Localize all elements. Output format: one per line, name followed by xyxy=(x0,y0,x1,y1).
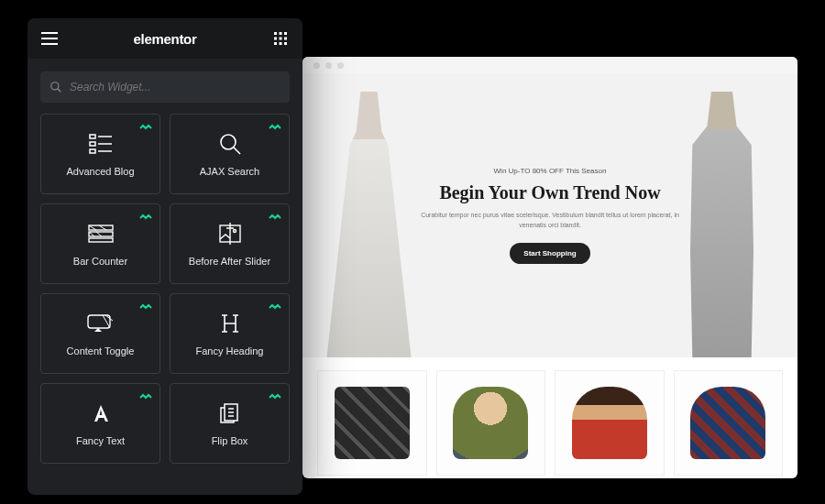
search-icon xyxy=(50,81,62,93)
svg-point-18 xyxy=(233,230,236,233)
product-card[interactable] xyxy=(436,370,546,476)
panel-header: elementor xyxy=(28,18,302,59)
text-icon xyxy=(90,400,112,426)
product-row xyxy=(302,357,798,476)
widget-fancy-text[interactable]: Fancy Text xyxy=(40,383,160,464)
widget-bar-counter[interactable]: Bar Counter xyxy=(40,203,160,284)
window-dot xyxy=(337,62,344,69)
svg-rect-8 xyxy=(284,42,287,45)
bars-icon xyxy=(88,221,114,247)
hero-model-left xyxy=(316,92,422,357)
product-card[interactable] xyxy=(674,370,784,476)
widget-flip-box[interactable]: Flip Box xyxy=(170,383,290,464)
widget-ajax-search[interactable]: AJAX Search xyxy=(170,114,290,194)
widget-label: Fancy Text xyxy=(76,435,125,446)
widget-label: Before After Slider xyxy=(189,256,270,267)
svg-point-13 xyxy=(221,135,236,149)
widget-label: Flip Box xyxy=(212,435,248,446)
widget-advanced-blog[interactable]: Advanced Blog xyxy=(40,114,160,194)
pro-badge-icon xyxy=(139,300,154,316)
svg-rect-4 xyxy=(280,38,282,40)
widget-label: Fancy Heading xyxy=(196,345,264,356)
product-card[interactable] xyxy=(555,370,665,476)
widget-grid: Advanced Blog AJAX Search Bar Counter Be… xyxy=(28,114,302,464)
svg-rect-2 xyxy=(284,32,287,35)
heading-icon xyxy=(219,311,241,336)
svg-rect-5 xyxy=(284,38,287,40)
widget-before-after-slider[interactable]: Before After Slider xyxy=(170,203,290,284)
pro-badge-icon xyxy=(139,210,154,226)
image-compare-icon xyxy=(217,221,243,247)
elementor-panel: elementor Advanced Blog AJAX Search xyxy=(28,18,302,495)
hero-model-right xyxy=(669,92,775,357)
search-icon xyxy=(218,131,242,157)
svg-rect-7 xyxy=(280,42,282,45)
hero-eyebrow: Win Up-TO 80% OFF This Season xyxy=(408,167,692,175)
pro-badge-icon xyxy=(269,300,283,316)
svg-rect-16 xyxy=(89,238,113,242)
svg-rect-10 xyxy=(90,135,95,138)
widget-fancy-heading[interactable]: Fancy Heading xyxy=(170,293,290,374)
menu-icon[interactable] xyxy=(40,29,59,48)
pro-badge-icon xyxy=(139,120,154,137)
product-card[interactable] xyxy=(317,370,427,476)
pro-badge-icon xyxy=(269,120,283,137)
search-input[interactable] xyxy=(70,81,280,93)
window-dot xyxy=(314,62,320,69)
pro-badge-icon xyxy=(269,389,283,406)
search-widget-field[interactable] xyxy=(40,71,290,103)
site-preview-window: Win Up-TO 80% OFF This Season Begin Your… xyxy=(302,57,798,478)
svg-rect-3 xyxy=(274,38,277,40)
svg-rect-11 xyxy=(90,142,95,146)
window-dot xyxy=(325,62,332,69)
widget-label: Bar Counter xyxy=(73,256,127,267)
hero-content: Win Up-TO 80% OFF This Season Begin Your… xyxy=(408,167,692,264)
list-icon xyxy=(89,131,113,157)
svg-rect-6 xyxy=(274,42,277,45)
svg-rect-12 xyxy=(90,149,95,153)
widget-content-toggle[interactable]: Content Toggle xyxy=(40,293,160,374)
svg-rect-0 xyxy=(274,32,277,35)
widget-label: Content Toggle xyxy=(67,345,135,356)
hero-title: Begin Your Own Trend Now xyxy=(408,182,692,203)
flip-icon xyxy=(218,400,242,426)
start-shopping-button[interactable]: Start Shopping xyxy=(510,243,589,264)
widget-label: Advanced Blog xyxy=(67,166,135,177)
hero-section: Win Up-TO 80% OFF This Season Begin Your… xyxy=(302,73,798,357)
window-controls xyxy=(302,57,798,73)
svg-point-9 xyxy=(51,82,59,90)
toggle-icon xyxy=(87,311,115,336)
pro-badge-icon xyxy=(269,210,283,226)
pro-badge-icon xyxy=(139,389,154,406)
hero-subtitle: Curabitur tempor nec purus vitae sceleri… xyxy=(408,211,692,230)
svg-rect-1 xyxy=(280,32,282,35)
widget-label: AJAX Search xyxy=(200,166,259,177)
apps-icon[interactable] xyxy=(271,29,290,48)
elementor-logo: elementor xyxy=(134,31,197,47)
